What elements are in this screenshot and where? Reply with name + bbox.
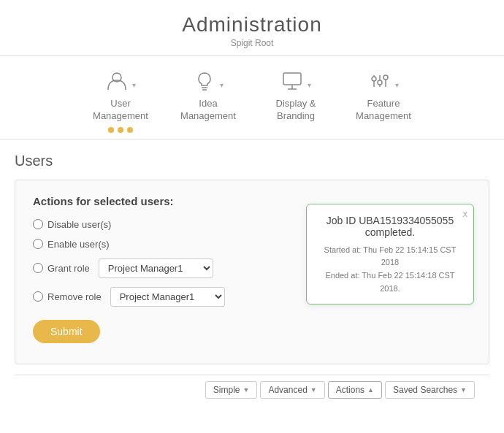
notification-job-title: Job ID UBA1519334055055 completed. [318,215,462,238]
nav-item-user-management[interactable]: ▾ UserManagement [91,69,150,133]
actions-caret: ▲ [367,386,374,394]
user-mgmt-label: UserManagement [93,98,148,123]
advanced-caret: ▼ [310,386,317,394]
nav-item-feature-management[interactable]: ▾ FeatureManagement [354,69,413,133]
actions-card: Actions for selected users: Disable user… [15,180,489,364]
grant-role-radio[interactable] [33,263,43,273]
grant-role-label: Grant role [47,263,90,274]
monitor-icon [280,69,304,95]
display-chevron: ▾ [308,81,311,89]
remove-role-radio[interactable] [33,291,43,302]
disable-radio-label[interactable]: Disable user(s) [33,219,111,230]
svg-rect-3 [283,73,301,85]
user-mgmt-dots [108,127,133,133]
advanced-button[interactable]: Advanced ▼ [260,381,324,399]
lightbulb-icon [193,69,216,95]
enable-radio-label[interactable]: Enable user(s) [33,239,110,250]
notification-started: Started at: Thu Feb 22 15:14:15 CST 2018 [318,244,462,269]
user-icon [105,69,129,95]
submit-button[interactable]: Submit [33,320,100,343]
notification-ended: Ended at: Thu Feb 22 15:14:18 CST 2018. [318,269,462,295]
nav-item-idea-management[interactable]: ▾ IdeaManagement [179,69,237,133]
bottom-toolbar: Simple ▼ Advanced ▼ Actions ▲ Saved Sear… [15,375,489,405]
sliders-icon [368,69,392,95]
submit-row: Submit [33,315,471,343]
enable-radio[interactable] [33,239,43,249]
grant-role-select[interactable]: Project Manager1 Admin Member [99,258,213,278]
remove-role-radio-label[interactable]: Remove role [33,291,102,302]
page-subtitle: Spigit Root [0,38,504,48]
simple-caret: ▼ [243,386,250,394]
saved-searches-button[interactable]: Saved Searches ▼ [385,381,475,399]
svg-point-11 [383,75,388,80]
page-title: Administration [0,13,504,37]
actions-button[interactable]: Actions ▲ [328,381,382,399]
notification-popup: x Job ID UBA1519334055055 completed. Sta… [306,204,474,304]
actions-label: Actions [336,385,364,395]
nav-bar: ▾ UserManagement ▾ IdeaManagement [0,56,504,139]
simple-button[interactable]: Simple ▼ [205,381,258,399]
section-title: Users [15,153,489,169]
grant-role-radio-label[interactable]: Grant role [33,263,90,274]
enable-label: Enable user(s) [47,239,110,250]
disable-radio[interactable] [33,219,43,229]
svg-point-10 [378,80,382,85]
saved-searches-label: Saved Searches [393,385,457,395]
page-header: Administration Spigit Root [0,0,504,56]
feature-label: FeatureManagement [356,98,411,123]
feature-chevron: ▾ [395,81,399,89]
advanced-label: Advanced [268,385,307,395]
svg-point-9 [372,77,376,81]
saved-searches-caret: ▼ [460,386,467,394]
close-button[interactable]: x [463,209,468,218]
display-label: Display &Branding [276,98,316,123]
remove-role-select[interactable]: Project Manager1 Admin Member [110,287,225,307]
simple-label: Simple [213,385,240,395]
nav-item-display-branding[interactable]: ▾ Display &Branding [267,69,325,133]
remove-role-label: Remove role [47,291,102,302]
disable-label: Disable user(s) [47,219,111,230]
main-content: Users Actions for selected users: Disabl… [0,139,504,418]
idea-mgmt-label: IdeaManagement [180,98,236,123]
user-mgmt-chevron: ▾ [132,81,136,89]
idea-mgmt-chevron: ▾ [220,81,224,89]
